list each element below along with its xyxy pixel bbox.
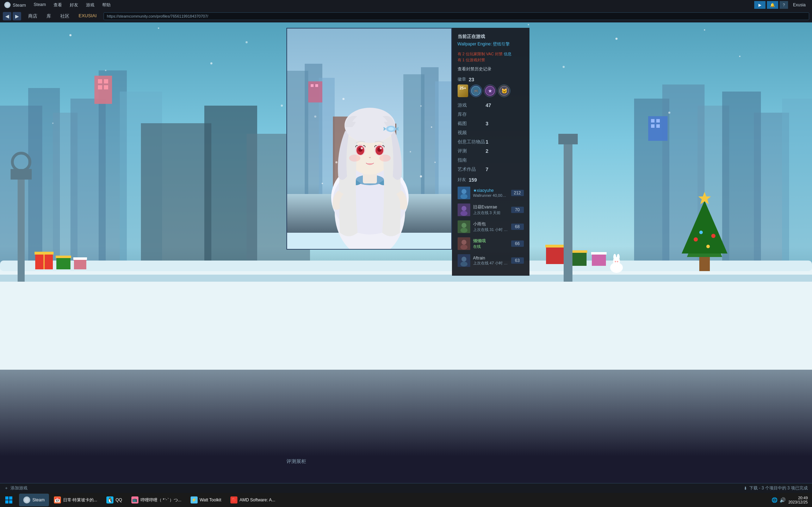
videos-stat-row: 视频: [458, 130, 524, 136]
system-icons: 🌐 🔊: [771, 497, 786, 503]
svg-point-111: [335, 161, 337, 163]
titlebar: Steam Steam 查看 好友 游戏 帮助 ▶ 🔔 ? Exusia: [0, 0, 812, 10]
titlebar-menus: Steam 查看 好友 游戏 帮助: [30, 1, 114, 10]
qq-icon: 🐧: [106, 496, 113, 503]
games-label: 游戏: [458, 102, 486, 108]
taskbar-items: Steam 📅 日常·特莱坡卡的... 🐧 QQ 📺 哔哩哔哩（ *ˊᵕˋ）つ.…: [18, 494, 771, 506]
friend-info-1: 旧昼Evanrae 上次在线 3 天前: [473, 204, 508, 215]
amd-label: AMD Software: A...: [240, 497, 275, 502]
volume-icon: 🔊: [780, 497, 786, 503]
svg-point-128: [460, 194, 467, 199]
svg-point-140: [460, 262, 467, 267]
menu-help[interactable]: 帮助: [99, 1, 114, 10]
friend-score-0: 212: [511, 190, 524, 196]
badge-item-1: 🎮: [470, 84, 482, 97]
menu-friends[interactable]: 好友: [66, 1, 82, 10]
plus-icon: ＋: [4, 485, 8, 491]
svg-text:🎮: 🎮: [474, 89, 478, 93]
svg-text:🐱: 🐱: [501, 88, 508, 94]
menu-games[interactable]: 游戏: [82, 1, 98, 10]
steam-taskbar-label: Steam: [32, 497, 45, 502]
svg-point-134: [460, 228, 467, 233]
screenshots-count: 3: [486, 121, 489, 126]
nav-community[interactable]: 社区: [56, 12, 74, 21]
download-status: ⬇ 下载 - 3 个项目中的 3 项已完成: [744, 485, 808, 491]
friend-item-2[interactable]: 小雨包 上次在线 31 小时 44 分钟前 68: [458, 219, 524, 234]
friend-info-3: 懒懒哦 在线: [473, 238, 508, 249]
menu-steam[interactable]: Steam: [30, 1, 50, 10]
friend-avatar-0: [458, 187, 470, 199]
taskbar-daily[interactable]: 📅 日常·特莱坡卡的...: [50, 494, 101, 506]
taskbar-bilibili[interactable]: 📺 哔哩哔哩（ *ˊᵕˋ）つ...: [127, 494, 186, 506]
taskbar-clock: 20:49 2023/12/25: [788, 496, 808, 504]
forward-button[interactable]: ▶: [13, 12, 21, 20]
inventory-stat-row: 库存: [458, 111, 524, 118]
friend-item-1[interactable]: 旧昼Evanrae 上次在线 3 天前 70: [458, 202, 524, 217]
menu-view[interactable]: 查看: [50, 1, 66, 10]
ban-history-link[interactable]: 查看封禁历史记录: [458, 66, 524, 72]
statusbar: ＋ 添加游戏 ⬇ 下载 - 3 个项目中的 3 项已完成: [0, 483, 812, 493]
ban-status-text: 有 2 位玩家限制 VAC 封禁: [458, 52, 503, 56]
friend-item-3[interactable]: 懒懒哦 在线 66: [458, 236, 524, 251]
workshop-label: 创意工坊物品: [458, 139, 486, 145]
bilibili-label: 哔哩哔哩（ *ˊᵕˋ）つ...: [141, 497, 181, 503]
friend-name-2: 小雨包: [473, 221, 508, 227]
download-icon: ⬇: [744, 486, 747, 491]
screenshots-label: 截图: [458, 120, 486, 127]
svg-point-106: [380, 147, 382, 149]
reviews-label: 评测: [458, 148, 486, 154]
clock-time: 20:49: [788, 496, 808, 500]
svg-point-112: [410, 151, 411, 152]
nav-library[interactable]: 库: [42, 12, 55, 21]
amd-icon: 🔴: [230, 496, 237, 503]
taskbar-steam[interactable]: Steam: [19, 494, 49, 506]
friend-avatar-4: [458, 254, 470, 267]
badge-item-3: 🐱: [498, 84, 510, 97]
friend-name-0: ★xiaoyuhe: [473, 188, 508, 193]
network-icon: 🌐: [771, 497, 777, 503]
friend-avatar-3: [458, 237, 470, 250]
stream-button[interactable]: ▶: [754, 1, 765, 9]
reviews-stat-row: 评测 2: [458, 148, 524, 154]
svg-rect-86: [311, 84, 314, 87]
start-button[interactable]: [0, 493, 18, 507]
svg-point-139: [461, 257, 466, 262]
friend-status-0: Wallrunner 40,000: 圆弧战士2: [473, 193, 508, 198]
profile-status: 有 2 位玩家限制 VAC 封禁 信息 有 1 位游戏封禁: [458, 51, 524, 63]
url-bar[interactable]: https://steamcommunity.com/profiles/7656…: [104, 12, 809, 20]
nav-username[interactable]: EXUSIAI: [74, 12, 101, 21]
svg-point-136: [461, 240, 466, 245]
clock-date: 2023/12/25: [788, 500, 808, 504]
qq-label: QQ: [116, 497, 122, 502]
ban-status-1: 有 2 位玩家限制 VAC 封禁 信息: [458, 51, 524, 57]
notification-button[interactable]: 🔔: [767, 1, 778, 9]
current-game-name[interactable]: Wallpaper Engine: 壁纸引擎: [458, 41, 524, 47]
friends-header: 好友 159: [458, 177, 524, 183]
badges-row: 徽章 23: [458, 76, 524, 82]
badges-count: 23: [469, 77, 475, 82]
friends-section: 好友 159 ★xiaoyuhe Wallrunner 40,000: 圆弧战士…: [458, 177, 524, 268]
taskbar-watt[interactable]: ⚡ Watt Toolkit: [186, 494, 225, 506]
friend-avatar-1: [458, 204, 470, 216]
nav-store[interactable]: 商店: [24, 12, 42, 21]
svg-point-127: [461, 189, 466, 194]
svg-point-107: [349, 155, 360, 162]
svg-point-115: [434, 162, 436, 163]
games-stat-row: 游戏 47: [458, 102, 524, 108]
friend-info-2: 小雨包 上次在线 31 小时 44 分钟前: [473, 221, 508, 232]
taskbar-qq[interactable]: 🐧 QQ: [102, 494, 126, 506]
info-link[interactable]: 信息: [504, 52, 512, 56]
friend-avatar-2: [458, 220, 470, 233]
taskbar-amd[interactable]: 🔴 AMD Software: A...: [226, 494, 279, 506]
friend-score-3: 66: [511, 240, 524, 247]
add-game-button[interactable]: ＋ 添加游戏: [4, 485, 27, 491]
friend-item-4[interactable]: Aftrain 上次在线 47 小时 17 分钟前 63: [458, 253, 524, 268]
navbar: ◀ ▶ 商店 库 社区 EXUSIAI https://steamcommuni…: [0, 10, 812, 23]
back-button[interactable]: ◀: [3, 12, 11, 20]
friend-item-0[interactable]: ★xiaoyuhe Wallrunner 40,000: 圆弧战士2 212: [458, 186, 524, 200]
help-button[interactable]: ?: [780, 1, 788, 9]
ban-status-2: 有 1 位游戏封禁: [458, 57, 524, 63]
watt-icon: ⚡: [191, 496, 198, 503]
caption-text: 评测展柜: [286, 458, 306, 464]
badges-label: 徽章: [458, 76, 466, 82]
